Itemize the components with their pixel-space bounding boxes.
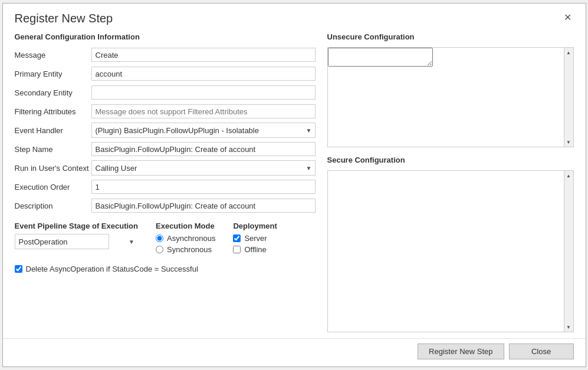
unsecure-config-title: Unsecure Configuration — [327, 32, 574, 41]
pipeline-stage-label: Event Pipeline Stage of Execution — [15, 222, 139, 230]
message-label: Message — [15, 51, 91, 60]
title-bar: Register New Step ✕ — [3, 4, 586, 30]
event-handler-label: Event Handler — [15, 126, 91, 135]
register-new-step-dialog: Register New Step ✕ General Configuratio… — [2, 3, 586, 367]
secure-scroll-up-icon[interactable]: ▲ — [564, 171, 573, 180]
secondary-entity-row: Secondary Entity — [15, 85, 316, 100]
message-row: Message — [15, 47, 316, 62]
unsecure-config-textarea[interactable] — [328, 48, 433, 67]
offline-checkbox[interactable] — [233, 246, 241, 253]
footer: Register New Step Close — [3, 338, 586, 366]
run-in-context-select-wrapper: Calling User ▼ — [91, 160, 316, 176]
description-row: Description — [15, 198, 316, 213]
filtering-attributes-input[interactable] — [91, 104, 316, 118]
synchronous-radio-row: Synchronous — [156, 245, 215, 254]
asynchronous-radio[interactable] — [156, 234, 163, 242]
execution-order-input[interactable] — [91, 180, 316, 194]
step-name-row: Step Name — [15, 141, 316, 157]
offline-checkbox-row: Offline — [233, 245, 277, 254]
secure-config-section: Secure Configuration ▲ ▼ — [327, 153, 574, 332]
dialog-title: Register New Step — [15, 12, 113, 25]
unsecure-config-box: ▲ ▼ — [327, 47, 574, 147]
step-name-input[interactable] — [91, 142, 316, 156]
delete-async-label[interactable]: Delete AsyncOperation if StatusCode = Su… — [26, 265, 198, 273]
message-input[interactable] — [91, 48, 316, 62]
secondary-entity-input[interactable] — [91, 85, 316, 100]
run-in-context-label: Run in User's Context — [15, 164, 91, 173]
right-panel: Unsecure Configuration ▲ ▼ Secure Config… — [327, 30, 574, 332]
primary-entity-input[interactable] — [91, 67, 316, 81]
close-icon-button[interactable]: ✕ — [561, 12, 574, 23]
filtering-attributes-label: Filtering Attributes — [15, 107, 91, 116]
server-label[interactable]: Server — [244, 234, 267, 243]
delete-async-row: Delete AsyncOperation if StatusCode = Su… — [15, 265, 316, 273]
deployment-label: Deployment — [233, 222, 277, 230]
event-handler-select[interactable]: (Plugin) BasicPlugin.FollowUpPlugin - Is… — [91, 123, 316, 138]
event-handler-row: Event Handler (Plugin) BasicPlugin.Follo… — [15, 123, 316, 138]
pipeline-stage-section: Event Pipeline Stage of Execution PreVal… — [15, 222, 139, 249]
general-config-title: General Configuration Information — [15, 32, 316, 41]
deployment-section: Deployment Server Offline — [233, 222, 277, 256]
dialog-body: General Configuration Information Messag… — [3, 30, 586, 338]
asynchronous-radio-row: Asynchronous — [156, 234, 215, 243]
unsecure-scroll-up-icon[interactable]: ▲ — [564, 48, 573, 57]
asynchronous-label[interactable]: Asynchronous — [167, 234, 215, 243]
step-name-label: Step Name — [15, 145, 91, 154]
server-checkbox-row: Server — [233, 234, 277, 243]
description-input[interactable] — [91, 199, 316, 213]
pipeline-stage-select-wrapper: PreValidation PreOperation PostOperation… — [15, 234, 139, 249]
execution-mode-label: Execution Mode — [156, 222, 215, 230]
run-in-context-row: Run in User's Context Calling User ▼ — [15, 160, 316, 176]
secure-scroll-down-icon[interactable]: ▼ — [564, 322, 573, 332]
bottom-section: Event Pipeline Stage of Execution PreVal… — [15, 222, 316, 256]
run-in-context-select[interactable]: Calling User — [91, 160, 316, 176]
primary-entity-row: Primary Entity — [15, 66, 316, 81]
secondary-entity-label: Secondary Entity — [15, 88, 91, 97]
execution-mode-section: Execution Mode Asynchronous Synchronous — [156, 222, 215, 256]
pipeline-stage-dropdown-icon: ▼ — [129, 239, 134, 245]
description-label: Description — [15, 201, 91, 210]
primary-entity-label: Primary Entity — [15, 70, 91, 78]
secure-scrollbar: ▲ ▼ — [564, 171, 573, 332]
server-checkbox[interactable] — [233, 234, 241, 242]
offline-label[interactable]: Offline — [244, 245, 266, 254]
execution-order-row: Execution Order — [15, 179, 316, 194]
synchronous-radio[interactable] — [156, 246, 163, 253]
register-new-step-button[interactable]: Register New Step — [418, 343, 504, 359]
secure-config-box: ▲ ▼ — [327, 170, 574, 332]
unsecure-scroll-down-icon[interactable]: ▼ — [564, 137, 573, 147]
left-panel: General Configuration Information Messag… — [15, 30, 316, 332]
unsecure-config-section: Unsecure Configuration ▲ ▼ — [327, 30, 574, 147]
execution-order-label: Execution Order — [15, 183, 91, 191]
event-handler-select-wrapper: (Plugin) BasicPlugin.FollowUpPlugin - Is… — [91, 123, 316, 138]
secure-config-title: Secure Configuration — [327, 156, 574, 164]
delete-async-checkbox[interactable] — [15, 265, 22, 273]
synchronous-label[interactable]: Synchronous — [167, 245, 212, 254]
pipeline-stage-select[interactable]: PreValidation PreOperation PostOperation — [15, 234, 109, 249]
close-button[interactable]: Close — [509, 343, 574, 359]
unsecure-scrollbar: ▲ ▼ — [564, 48, 573, 147]
secure-config-textarea[interactable] — [328, 171, 564, 332]
filtering-attributes-row: Filtering Attributes — [15, 104, 316, 119]
